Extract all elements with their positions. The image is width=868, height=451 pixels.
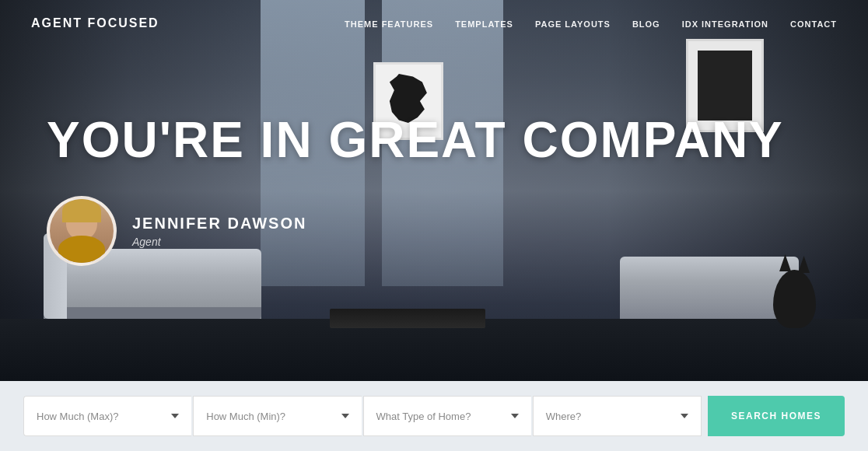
agent-card: JENNIFER DAWSON Agent bbox=[47, 196, 306, 266]
hero-section: AGENT FOCUSED THEME FEATURES TEMPLATES P… bbox=[0, 0, 868, 381]
search-homes-button[interactable]: SEARCH HOMES bbox=[708, 396, 845, 436]
agent-face bbox=[50, 199, 114, 263]
hero-headline: YOU'RE IN GREAT COMPANY bbox=[47, 115, 784, 165]
dropdown-home-type-label: What Type of Home? bbox=[376, 411, 471, 422]
dropdown-location[interactable]: Where? bbox=[533, 396, 702, 436]
agent-info: JENNIFER DAWSON Agent bbox=[132, 215, 306, 248]
dropdown-min-price[interactable]: How Much (Min)? bbox=[193, 396, 361, 436]
agent-hair bbox=[62, 199, 101, 222]
dropdown-max-price-label: How Much (Max)? bbox=[37, 411, 118, 422]
dropdown-location-label: Where? bbox=[546, 411, 582, 422]
page-wrapper: AGENT FOCUSED THEME FEATURES TEMPLATES P… bbox=[0, 0, 868, 451]
dropdown-home-type[interactable]: What Type of Home? bbox=[363, 396, 531, 436]
chevron-down-icon bbox=[171, 414, 179, 418]
chevron-down-icon bbox=[511, 414, 519, 418]
chevron-down-icon bbox=[341, 414, 349, 418]
dropdown-max-price[interactable]: How Much (Max)? bbox=[23, 396, 191, 436]
dropdown-min-price-label: How Much (Min)? bbox=[206, 411, 285, 422]
avatar bbox=[47, 196, 117, 266]
agent-name: JENNIFER DAWSON bbox=[132, 215, 306, 232]
search-bar: How Much (Max)? How Much (Min)? What Typ… bbox=[0, 381, 868, 451]
hero-content: YOU'RE IN GREAT COMPANY JENNIFER DAWSON … bbox=[0, 0, 868, 381]
agent-role: Agent bbox=[132, 236, 306, 248]
chevron-down-icon bbox=[681, 414, 688, 418]
